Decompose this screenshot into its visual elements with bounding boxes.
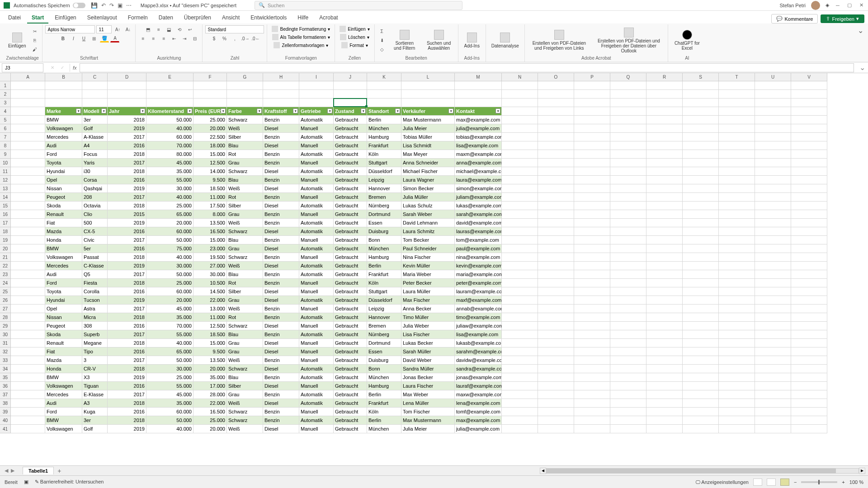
cell[interactable] bbox=[646, 330, 683, 339]
cell[interactable] bbox=[334, 99, 367, 107]
cell[interactable]: Paul Schneider bbox=[401, 244, 455, 253]
cell[interactable] bbox=[755, 167, 791, 176]
cell[interactable] bbox=[683, 313, 719, 322]
cell[interactable]: 55.000 bbox=[146, 176, 193, 184]
cell[interactable]: Automatik bbox=[299, 167, 334, 176]
cell[interactable]: Volkswagen bbox=[45, 382, 82, 390]
cell[interactable]: nina@example.com bbox=[455, 253, 502, 262]
cell[interactable]: 2018 bbox=[108, 202, 146, 210]
cell[interactable] bbox=[646, 176, 683, 184]
cell[interactable] bbox=[610, 399, 646, 408]
cell[interactable] bbox=[538, 116, 574, 124]
cell[interactable] bbox=[502, 90, 538, 99]
cell[interactable]: Gebraucht bbox=[334, 193, 367, 202]
cell[interactable]: 2018 bbox=[108, 116, 146, 124]
cell[interactable]: 50.000 bbox=[146, 270, 193, 279]
cell[interactable]: 40.000 bbox=[146, 193, 193, 202]
cell[interactable]: Gebraucht bbox=[334, 244, 367, 253]
cell[interactable]: Manuell bbox=[299, 425, 334, 433]
cell[interactable] bbox=[791, 287, 827, 296]
cell[interactable] bbox=[11, 390, 45, 399]
cell[interactable] bbox=[538, 279, 574, 287]
cell[interactable]: Fiesta bbox=[82, 279, 108, 287]
cell[interactable]: Gebraucht bbox=[334, 184, 367, 193]
cell[interactable] bbox=[11, 244, 45, 253]
cell[interactable]: Preis (EUR)▾ bbox=[193, 107, 227, 116]
cell[interactable] bbox=[574, 296, 610, 305]
cell[interactable]: 2018 bbox=[108, 167, 146, 176]
row-header[interactable]: 37 bbox=[0, 390, 11, 399]
cell[interactable] bbox=[146, 99, 193, 107]
cell[interactable]: 25.000 bbox=[146, 373, 193, 382]
cell[interactable]: Renault bbox=[45, 210, 82, 219]
comma-button[interactable]: , bbox=[230, 34, 239, 42]
cell[interactable]: Leipzig bbox=[367, 305, 401, 313]
cell[interactable]: Diesel bbox=[263, 322, 299, 330]
column-header[interactable]: I bbox=[299, 73, 334, 81]
cell-styles-button[interactable]: Zellenformatvorlagen▾ bbox=[272, 42, 330, 49]
cell[interactable]: Volkswagen bbox=[45, 253, 82, 262]
cell[interactable] bbox=[610, 330, 646, 339]
tab-ansicht[interactable]: Ansicht bbox=[217, 13, 244, 23]
cell[interactable] bbox=[610, 99, 646, 107]
cell[interactable]: Essen bbox=[367, 219, 401, 227]
horizontal-scrollbar[interactable]: ◀ ▶ bbox=[540, 468, 865, 474]
data-analysis-button[interactable]: Datenanalyse bbox=[489, 32, 522, 49]
cell[interactable] bbox=[755, 270, 791, 279]
cell[interactable]: Weiß bbox=[227, 124, 263, 133]
cell[interactable]: Grau bbox=[227, 390, 263, 399]
cell[interactable]: Düsseldorf bbox=[367, 296, 401, 305]
cell[interactable]: Kevin Müller bbox=[401, 262, 455, 270]
cell[interactable] bbox=[683, 219, 719, 227]
cell[interactable]: Schwarz bbox=[227, 322, 263, 330]
cell[interactable]: Benzin bbox=[263, 116, 299, 124]
cell[interactable] bbox=[646, 296, 683, 305]
row-header[interactable]: 17 bbox=[0, 219, 11, 227]
cell[interactable] bbox=[791, 159, 827, 167]
italic-button[interactable]: I bbox=[69, 34, 78, 42]
cell[interactable]: Mercedes bbox=[45, 133, 82, 141]
cell[interactable]: Blau bbox=[227, 176, 263, 184]
cell[interactable]: 2019 bbox=[108, 219, 146, 227]
addins-button[interactable]: Add-Ins bbox=[461, 32, 483, 49]
cell[interactable]: Manuell bbox=[299, 408, 334, 416]
cell[interactable] bbox=[755, 90, 791, 99]
cell[interactable] bbox=[538, 99, 574, 107]
cell[interactable] bbox=[502, 124, 538, 133]
cell[interactable]: max@example.com bbox=[455, 416, 502, 425]
row-header[interactable]: 34 bbox=[0, 365, 11, 373]
cell[interactable]: 55.000 bbox=[146, 330, 193, 339]
cell[interactable] bbox=[646, 425, 683, 433]
cell[interactable] bbox=[574, 159, 610, 167]
chatgpt-button[interactable]: ChatGPT for Excel bbox=[671, 29, 703, 52]
cell[interactable] bbox=[11, 202, 45, 210]
cell[interactable]: 65.000 bbox=[146, 210, 193, 219]
cell[interactable] bbox=[755, 262, 791, 270]
cell[interactable] bbox=[367, 90, 401, 99]
cell[interactable]: 9.500 bbox=[193, 176, 227, 184]
cell[interactable] bbox=[538, 305, 574, 313]
cell[interactable]: Qashqai bbox=[82, 184, 108, 193]
zoom-slider[interactable] bbox=[801, 481, 837, 483]
cell[interactable] bbox=[791, 81, 827, 90]
tab-seitenlayout[interactable]: Seitenlayout bbox=[83, 13, 122, 23]
cell[interactable] bbox=[538, 193, 574, 202]
cell[interactable]: Lukas Schulz bbox=[401, 202, 455, 210]
cell[interactable] bbox=[755, 236, 791, 244]
cell[interactable]: Audi bbox=[45, 399, 82, 408]
cell[interactable]: Gebraucht bbox=[334, 270, 367, 279]
filter-dropdown-icon[interactable]: ▾ bbox=[361, 108, 366, 113]
cell[interactable] bbox=[755, 193, 791, 202]
cell[interactable]: Farbe▾ bbox=[227, 107, 263, 116]
cell[interactable] bbox=[574, 330, 610, 339]
cell[interactable] bbox=[755, 279, 791, 287]
row-header[interactable]: 22 bbox=[0, 262, 11, 270]
cell[interactable]: Automatik bbox=[299, 390, 334, 399]
cell[interactable]: Megane bbox=[82, 339, 108, 347]
cell[interactable]: 80.000 bbox=[146, 150, 193, 159]
align-left-button[interactable]: ≡ bbox=[138, 34, 147, 42]
cell[interactable]: Blau bbox=[227, 141, 263, 150]
cell[interactable]: Düsseldorf bbox=[367, 167, 401, 176]
cell[interactable] bbox=[538, 322, 574, 330]
cell[interactable]: Peugeot bbox=[45, 322, 82, 330]
